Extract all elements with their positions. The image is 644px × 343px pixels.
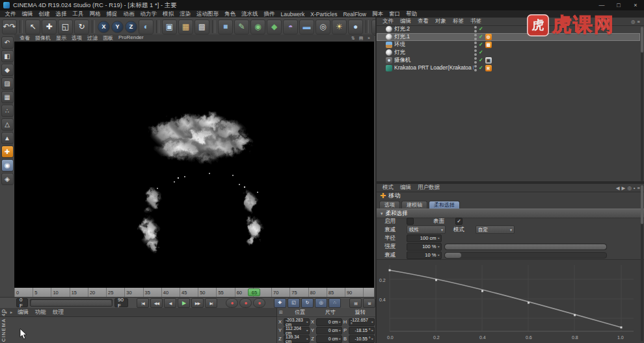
menu-item-7[interactable]: 动画 xyxy=(120,10,137,18)
visibility-dots-icon[interactable] xyxy=(474,49,477,56)
menu-icon[interactable]: ≡ xyxy=(637,185,640,191)
add-generator-button[interactable]: ◆ xyxy=(267,19,282,34)
object-row-2[interactable]: 环境✓▨ xyxy=(377,41,640,49)
menu-item-3[interactable]: 选择 xyxy=(53,10,70,18)
scale-tool-button[interactable]: ◱ xyxy=(58,19,73,34)
size-z-field[interactable]: 0 cm xyxy=(316,335,342,343)
mat-menu-item-1[interactable]: 功能 xyxy=(32,309,49,316)
enabled-check-icon[interactable]: ✓ xyxy=(479,66,483,71)
object-row-4[interactable]: 摄像机✓▣ xyxy=(377,57,640,64)
add-cube-button[interactable]: ■ xyxy=(218,19,233,34)
radius-field[interactable]: 100 cm xyxy=(407,235,442,242)
coordinates-icon[interactable]: ⊞ xyxy=(277,310,285,315)
menu-item-16[interactable]: X-Particles xyxy=(308,11,340,18)
next-frame-button[interactable]: ▶▶ xyxy=(191,298,204,308)
end-frame-field[interactable]: 90 F xyxy=(114,298,128,307)
record-selection-button[interactable]: ● xyxy=(253,298,265,308)
render-picture-viewer-button[interactable]: ▦ xyxy=(178,19,193,34)
polygons-mode-icon[interactable]: ▲ xyxy=(1,132,14,144)
tab-柔和选择[interactable]: 柔和选择 xyxy=(429,201,460,209)
move-tool-button[interactable]: ✚ xyxy=(42,19,57,34)
frame-tick-5[interactable]: 5 xyxy=(33,288,51,297)
record-parameter-button[interactable]: ◎ xyxy=(315,298,327,308)
strength-field[interactable]: 100 % xyxy=(407,243,442,251)
enabled-check-icon[interactable]: ✓ xyxy=(479,58,483,63)
object-row-1[interactable]: 灯光.1✓◎ xyxy=(377,33,640,41)
vp-menu-item-6[interactable]: ProRender xyxy=(116,34,146,42)
render-view-button[interactable]: ▣ xyxy=(162,19,177,34)
snap-icon[interactable]: ◈ xyxy=(1,173,14,185)
menu-item-20[interactable]: 帮助 xyxy=(403,10,420,18)
frame-tick-70[interactable]: 70 xyxy=(271,288,289,297)
frame-tick-90[interactable]: 90 xyxy=(345,288,363,297)
forward-arrow-icon[interactable]: ▶ xyxy=(622,185,626,191)
frame-tick-40[interactable]: 40 xyxy=(161,288,180,297)
record-objects-button[interactable]: ● xyxy=(226,298,238,308)
undo-redo-button[interactable]: ↶↷ xyxy=(2,19,17,34)
position-x-field[interactable]: -203.283 cm xyxy=(284,318,310,326)
frame-tick-80[interactable]: 80 xyxy=(308,288,327,297)
play-button[interactable]: ▶ xyxy=(178,298,190,308)
maximize-view-icon[interactable]: ▤ xyxy=(358,36,364,41)
close-button[interactable]: × xyxy=(627,0,644,10)
vp-menu-item-2[interactable]: 显示 xyxy=(53,34,69,42)
object-row-3[interactable]: 灯光✓ xyxy=(377,49,640,57)
visibility-dots-icon[interactable] xyxy=(474,26,477,32)
add-subdivision-button[interactable]: ◉ xyxy=(250,19,265,34)
frame-tick-25[interactable]: 25 xyxy=(106,288,124,297)
record-position-button[interactable]: ✚ xyxy=(274,298,286,308)
vp-menu-item-3[interactable]: 选项 xyxy=(69,34,85,42)
menu-item-13[interactable]: 流水线 xyxy=(239,10,262,18)
search-icon[interactable]: ◎ xyxy=(631,19,636,25)
om-menu-item-2[interactable]: 查看 xyxy=(414,18,432,25)
menu-item-17[interactable]: RealFlow xyxy=(340,11,369,18)
object-list-scrollbar[interactable] xyxy=(641,27,643,181)
viewport-filter-icon[interactable]: ◉ xyxy=(1,159,14,172)
z-axis-lock-button[interactable]: Z xyxy=(125,21,137,33)
am-menu-item-2[interactable]: 用户数据 xyxy=(414,184,443,192)
autokeying-button[interactable]: ● xyxy=(239,298,252,308)
texture-mode-icon[interactable]: ▨ xyxy=(1,77,14,90)
rotate-tool-button[interactable]: ↻ xyxy=(74,19,89,34)
visibility-dots-icon[interactable] xyxy=(474,65,477,71)
menu-item-15[interactable]: Laubwerk xyxy=(278,11,308,18)
goto-start-button[interactable]: |◀ xyxy=(137,298,149,308)
compositing-tag-icon[interactable]: ▨ xyxy=(485,42,492,48)
y-axis-lock-button[interactable]: Y xyxy=(111,21,124,33)
om-menu-item-4[interactable]: 标签 xyxy=(449,18,467,25)
am-menu-item-1[interactable]: 编辑 xyxy=(397,184,414,192)
mat-menu-item-2[interactable]: 纹理 xyxy=(49,309,67,316)
decay-field[interactable]: 10 % xyxy=(407,251,442,259)
enabled-check-icon[interactable]: ✓ xyxy=(479,27,483,32)
add-deformer-button[interactable]: ◓ xyxy=(283,19,298,34)
protection-tag-icon[interactable]: ▣ xyxy=(485,57,492,64)
frame-tick-30[interactable]: 30 xyxy=(124,288,142,297)
prev-key-button[interactable]: ◀◀ xyxy=(150,298,163,308)
position-y-field[interactable]: 112.204 cm xyxy=(284,327,310,335)
frame-tick-55[interactable]: 55 xyxy=(216,288,234,297)
visibility-dots-icon[interactable] xyxy=(474,42,477,48)
record-rotation-button[interactable]: ↻ xyxy=(301,298,314,308)
tab-选项[interactable]: 选项 xyxy=(379,201,400,209)
enabled-check-icon[interactable]: ✓ xyxy=(479,34,483,40)
model-mode-icon[interactable]: ◆ xyxy=(1,64,14,76)
menu-item-9[interactable]: 模拟 xyxy=(160,10,177,18)
frame-tick-10[interactable]: 10 xyxy=(51,288,69,297)
coordinate-system-button[interactable]: ◐ xyxy=(139,19,154,34)
current-frame-field[interactable]: 0 F xyxy=(16,298,28,307)
timeline-playhead[interactable]: 65 xyxy=(248,288,260,296)
viewport-canvas[interactable] xyxy=(14,42,374,288)
om-menu-item-3[interactable]: 对象 xyxy=(432,18,449,25)
menu-item-2[interactable]: 创建 xyxy=(36,10,53,18)
visibility-dots-icon[interactable] xyxy=(474,34,477,40)
swap-views-icon[interactable]: ⇅ xyxy=(350,36,356,41)
menu-item-10[interactable]: 渲染 xyxy=(177,10,194,18)
mat-nav-right-icon[interactable]: ▸ xyxy=(8,310,14,315)
decay-slider[interactable] xyxy=(444,252,607,259)
x-axis-lock-button[interactable]: X xyxy=(98,21,110,33)
close-view-icon[interactable]: × xyxy=(366,36,372,41)
workplane-icon[interactable]: ▦ xyxy=(1,91,14,103)
visibility-dots-icon[interactable] xyxy=(474,57,477,64)
frame-tick-15[interactable]: 15 xyxy=(70,288,88,297)
frame-tick-45[interactable]: 45 xyxy=(180,288,198,297)
